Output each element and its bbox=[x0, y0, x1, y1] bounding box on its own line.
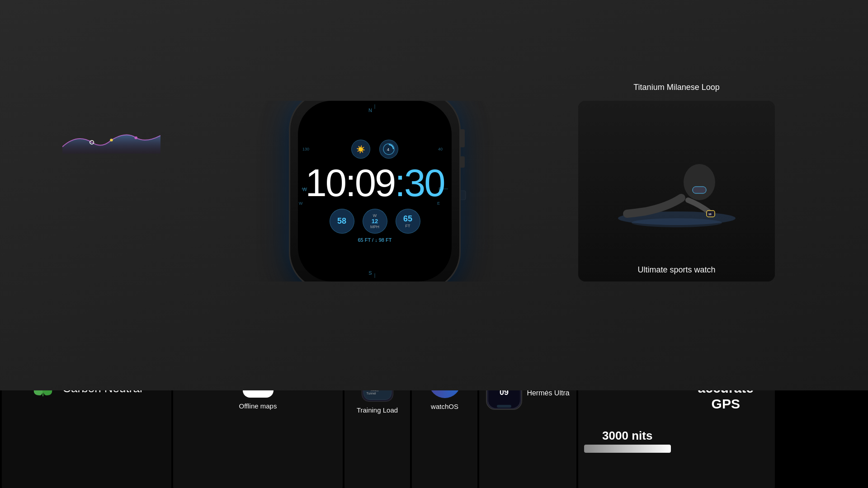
comp-wind-unit: MPH bbox=[370, 225, 379, 229]
watch-time-display: 10:09 :30 bbox=[306, 161, 444, 205]
comp-wind: W 12 MPH bbox=[363, 209, 387, 234]
comp-58: 58 bbox=[330, 209, 354, 234]
svg-point-56 bbox=[632, 218, 722, 227]
watchos-label: watchOS bbox=[431, 403, 458, 410]
comp-65ft-val: 65 bbox=[403, 214, 412, 224]
swimmer-bg: 10 bbox=[578, 101, 775, 282]
top-complications: ☀️ 4 bbox=[351, 140, 398, 159]
milanese-loop-cell: Titanium Milanese Loop bbox=[578, 2, 775, 99]
svg-text:4: 4 bbox=[387, 147, 389, 152]
swimmer-svg: 10 bbox=[609, 128, 745, 254]
svg-point-40 bbox=[134, 136, 137, 139]
nits-bar bbox=[584, 445, 671, 453]
comp-65ft-unit: FT bbox=[406, 224, 410, 228]
watch-outer-shell: N E S W 130 W E bbox=[289, 101, 461, 282]
milanese-title: Titanium Milanese Loop bbox=[633, 83, 719, 92]
comp-dial: 4 bbox=[379, 140, 398, 159]
svg-text:130: 130 bbox=[302, 147, 309, 151]
comp-wind-label: W bbox=[373, 213, 377, 218]
nits-value: 3000 nits bbox=[602, 429, 652, 443]
watch-main-time: 10:09 bbox=[306, 166, 395, 201]
swimmer-cell: 10 Ultimate sports watch bbox=[578, 101, 775, 282]
svg-rect-72 bbox=[497, 405, 511, 408]
watch-depth: 65 FT / ↓ 98 FT bbox=[358, 237, 392, 243]
dial-svg: 4 bbox=[382, 142, 396, 156]
comp-58-val: 58 bbox=[337, 216, 346, 226]
watch-face-display: N E S W 130 W E bbox=[298, 101, 452, 282]
offline-maps-label: Offline maps bbox=[239, 402, 277, 410]
training-label-mini: Tunnel bbox=[367, 392, 388, 395]
comp-sun: ☀️ bbox=[351, 140, 370, 159]
comp-65ft: 65 FT bbox=[396, 209, 420, 234]
watch-crown bbox=[459, 129, 465, 147]
svg-text:S: S bbox=[368, 270, 372, 276]
svg-point-39 bbox=[110, 139, 113, 141]
comp-wind-val: 12 bbox=[372, 218, 378, 225]
svg-text:W: W bbox=[299, 201, 303, 206]
swimmer-title: Ultimate sports watch bbox=[637, 265, 715, 275]
watch-seconds: :30 bbox=[395, 161, 444, 205]
nits-cell: 3000 nits bbox=[579, 389, 676, 488]
svg-text:40: 40 bbox=[438, 147, 443, 151]
svg-text:10: 10 bbox=[708, 213, 712, 216]
watch-button bbox=[459, 156, 465, 168]
training-load-label: Training Load bbox=[357, 406, 398, 414]
svg-text:N: N bbox=[368, 108, 372, 113]
bottom-complications: 58 W 12 MPH 65 FT bbox=[330, 209, 420, 234]
tides-chart bbox=[62, 129, 160, 154]
svg-rect-58 bbox=[693, 187, 706, 193]
tides-chart-svg bbox=[62, 129, 160, 154]
sun-icon: ☀️ bbox=[356, 145, 365, 154]
svg-point-57 bbox=[684, 164, 715, 200]
